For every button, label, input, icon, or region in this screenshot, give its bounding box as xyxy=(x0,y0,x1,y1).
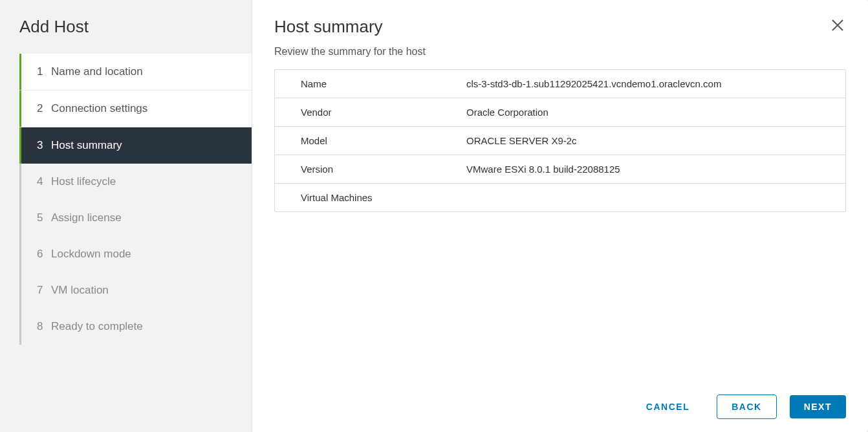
wizard-sidebar: Add Host 1 Name and location 2 Connectio… xyxy=(0,0,252,432)
add-host-wizard: Add Host 1 Name and location 2 Connectio… xyxy=(0,0,868,432)
step-name-and-location[interactable]: 1 Name and location xyxy=(21,54,252,91)
step-number: 5 xyxy=(37,211,51,224)
summary-value: VMware ESXi 8.0.1 build-22088125 xyxy=(456,155,845,183)
page-title: Host summary xyxy=(274,17,383,37)
wizard-steps: 1 Name and location 2 Connection setting… xyxy=(19,54,252,345)
summary-row-version: Version VMware ESXi 8.0.1 build-22088125 xyxy=(275,155,845,184)
step-number: 4 xyxy=(37,175,51,188)
content-header: Host summary xyxy=(274,17,846,46)
step-label: Connection settings xyxy=(51,102,147,115)
summary-value: cls-3-std3-db-1.sub11292025421.vcndemo1.… xyxy=(456,70,845,98)
back-button[interactable]: BACK xyxy=(717,394,776,419)
summary-label: Virtual Machines xyxy=(275,184,456,211)
step-number: 2 xyxy=(37,102,51,115)
wizard-title: Add Host xyxy=(0,17,252,54)
x-icon xyxy=(832,19,843,31)
step-host-summary: 3 Host summary xyxy=(21,127,252,164)
step-number: 7 xyxy=(37,284,51,297)
step-vm-location: 7 VM location xyxy=(21,272,252,308)
step-label: Host summary xyxy=(51,139,122,152)
step-host-lifecycle: 4 Host lifecycle xyxy=(21,164,252,200)
step-number: 8 xyxy=(37,320,51,333)
summary-row-virtual-machines: Virtual Machines xyxy=(275,184,845,211)
cancel-button[interactable]: CANCEL xyxy=(632,395,704,418)
summary-label: Vendor xyxy=(275,98,456,126)
step-number: 1 xyxy=(37,65,51,78)
page-subtitle: Review the summary for the host xyxy=(274,46,846,58)
step-label: Ready to complete xyxy=(51,320,143,333)
summary-row-vendor: Vendor Oracle Corporation xyxy=(275,98,845,127)
wizard-content: Host summary Review the summary for the … xyxy=(252,0,868,432)
step-number: 3 xyxy=(37,139,51,152)
summary-label: Name xyxy=(275,70,456,98)
summary-row-model: Model ORACLE SERVER X9-2c xyxy=(275,127,845,155)
step-label: Name and location xyxy=(51,65,143,78)
summary-label: Model xyxy=(275,127,456,155)
host-summary-table: Name cls-3-std3-db-1.sub11292025421.vcnd… xyxy=(274,69,846,212)
step-number: 6 xyxy=(37,248,51,261)
step-assign-license: 5 Assign license xyxy=(21,200,252,236)
step-label: Assign license xyxy=(51,211,122,224)
wizard-footer: CANCEL BACK NEXT xyxy=(274,382,846,419)
summary-label: Version xyxy=(275,155,456,183)
step-label: Host lifecycle xyxy=(51,175,116,188)
summary-row-name: Name cls-3-std3-db-1.sub11292025421.vcnd… xyxy=(275,70,845,98)
summary-value: Oracle Corporation xyxy=(456,98,845,126)
summary-value xyxy=(456,184,845,211)
summary-value: ORACLE SERVER X9-2c xyxy=(456,127,845,155)
next-button[interactable]: NEXT xyxy=(790,395,846,418)
close-icon[interactable] xyxy=(829,17,846,36)
step-label: VM location xyxy=(51,284,109,297)
step-lockdown-mode: 6 Lockdown mode xyxy=(21,236,252,272)
step-connection-settings[interactable]: 2 Connection settings xyxy=(21,91,252,127)
step-ready-to-complete: 8 Ready to complete xyxy=(21,308,252,345)
step-label: Lockdown mode xyxy=(51,248,131,261)
